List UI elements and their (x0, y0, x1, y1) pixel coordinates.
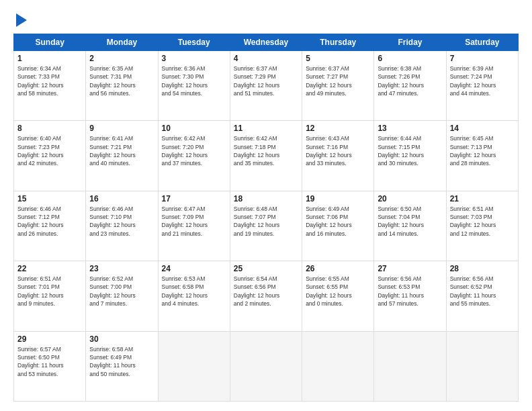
col-wednesday: Wednesday (230, 34, 302, 51)
day-info: Sunrise: 6:51 AM Sunset: 7:03 PM Dayligh… (450, 205, 515, 238)
col-monday: Monday (86, 34, 158, 51)
day-info: Sunrise: 6:37 AM Sunset: 7:27 PM Dayligh… (306, 64, 370, 97)
day-info: Sunrise: 6:47 AM Sunset: 7:09 PM Dayligh… (162, 205, 226, 238)
day-number: 24 (162, 264, 226, 273)
day-info: Sunrise: 6:50 AM Sunset: 7:04 PM Dayligh… (378, 205, 442, 238)
table-row: 21Sunrise: 6:51 AM Sunset: 7:03 PM Dayli… (446, 191, 518, 261)
day-number: 14 (450, 124, 515, 133)
day-info: Sunrise: 6:36 AM Sunset: 7:30 PM Dayligh… (162, 64, 226, 97)
day-info: Sunrise: 6:46 AM Sunset: 7:10 PM Dayligh… (89, 205, 154, 238)
day-info: Sunrise: 6:52 AM Sunset: 7:00 PM Dayligh… (89, 275, 154, 308)
table-row: 5Sunrise: 6:37 AM Sunset: 7:27 PM Daylig… (302, 51, 374, 121)
day-number: 19 (306, 194, 370, 203)
day-number: 20 (378, 194, 442, 203)
table-row (446, 331, 518, 401)
day-info: Sunrise: 6:41 AM Sunset: 7:21 PM Dayligh… (89, 134, 154, 167)
day-info: Sunrise: 6:42 AM Sunset: 7:20 PM Dayligh… (162, 134, 226, 167)
day-info: Sunrise: 6:58 AM Sunset: 6:49 PM Dayligh… (89, 345, 154, 378)
table-row: 15Sunrise: 6:46 AM Sunset: 7:12 PM Dayli… (14, 191, 86, 261)
day-info: Sunrise: 6:38 AM Sunset: 7:26 PM Dayligh… (378, 64, 442, 97)
day-number: 29 (17, 334, 82, 344)
calendar-row: 22Sunrise: 6:51 AM Sunset: 7:01 PM Dayli… (14, 261, 519, 331)
table-row (158, 331, 230, 401)
day-number: 28 (450, 264, 515, 273)
day-number: 15 (17, 194, 82, 203)
table-row: 30Sunrise: 6:58 AM Sunset: 6:49 PM Dayli… (86, 331, 158, 401)
table-row: 26Sunrise: 6:55 AM Sunset: 6:55 PM Dayli… (302, 261, 374, 331)
day-info: Sunrise: 6:44 AM Sunset: 7:15 PM Dayligh… (378, 134, 442, 167)
day-number: 26 (306, 264, 370, 273)
day-number: 17 (162, 194, 226, 203)
table-row: 7Sunrise: 6:39 AM Sunset: 7:24 PM Daylig… (446, 51, 518, 121)
table-row: 11Sunrise: 6:42 AM Sunset: 7:18 PM Dayli… (230, 121, 302, 191)
table-row: 4Sunrise: 6:37 AM Sunset: 7:29 PM Daylig… (230, 51, 302, 121)
col-thursday: Thursday (302, 34, 374, 51)
calendar-row: 1Sunrise: 6:34 AM Sunset: 7:33 PM Daylig… (14, 51, 519, 121)
day-info: Sunrise: 6:56 AM Sunset: 6:53 PM Dayligh… (378, 275, 442, 308)
table-row: 27Sunrise: 6:56 AM Sunset: 6:53 PM Dayli… (374, 261, 446, 331)
table-row: 19Sunrise: 6:49 AM Sunset: 7:06 PM Dayli… (302, 191, 374, 261)
day-info: Sunrise: 6:54 AM Sunset: 6:56 PM Dayligh… (234, 275, 298, 308)
table-row: 17Sunrise: 6:47 AM Sunset: 7:09 PM Dayli… (158, 191, 230, 261)
table-row: 23Sunrise: 6:52 AM Sunset: 7:00 PM Dayli… (86, 261, 158, 331)
col-tuesday: Tuesday (158, 34, 230, 51)
table-row (230, 331, 302, 401)
day-number: 16 (89, 194, 154, 203)
day-number: 3 (162, 54, 226, 63)
day-number: 22 (17, 264, 82, 273)
day-number: 18 (234, 194, 298, 203)
table-row: 8Sunrise: 6:40 AM Sunset: 7:23 PM Daylig… (14, 121, 86, 191)
day-number: 9 (89, 124, 154, 133)
table-row: 14Sunrise: 6:45 AM Sunset: 7:13 PM Dayli… (446, 121, 518, 191)
table-row: 10Sunrise: 6:42 AM Sunset: 7:20 PM Dayli… (158, 121, 230, 191)
table-row: 2Sunrise: 6:35 AM Sunset: 7:31 PM Daylig… (86, 51, 158, 121)
col-sunday: Sunday (14, 34, 86, 51)
day-info: Sunrise: 6:34 AM Sunset: 7:33 PM Dayligh… (17, 64, 82, 97)
table-row: 3Sunrise: 6:36 AM Sunset: 7:30 PM Daylig… (158, 51, 230, 121)
day-number: 13 (378, 124, 442, 133)
day-number: 11 (234, 124, 298, 133)
table-row (302, 331, 374, 401)
logo (13, 12, 27, 27)
day-number: 7 (450, 54, 515, 63)
day-info: Sunrise: 6:42 AM Sunset: 7:18 PM Dayligh… (234, 134, 298, 167)
day-info: Sunrise: 6:45 AM Sunset: 7:13 PM Dayligh… (450, 134, 515, 167)
day-number: 30 (89, 334, 154, 344)
day-number: 6 (378, 54, 442, 63)
day-info: Sunrise: 6:40 AM Sunset: 7:23 PM Dayligh… (17, 134, 82, 167)
calendar-table: Sunday Monday Tuesday Wednesday Thursday… (13, 34, 519, 402)
table-row: 24Sunrise: 6:53 AM Sunset: 6:58 PM Dayli… (158, 261, 230, 331)
day-number: 21 (450, 194, 515, 203)
day-number: 12 (306, 124, 370, 133)
table-row: 1Sunrise: 6:34 AM Sunset: 7:33 PM Daylig… (14, 51, 86, 121)
calendar-row: 29Sunrise: 6:57 AM Sunset: 6:50 PM Dayli… (14, 331, 519, 401)
table-row: 12Sunrise: 6:43 AM Sunset: 7:16 PM Dayli… (302, 121, 374, 191)
day-info: Sunrise: 6:39 AM Sunset: 7:24 PM Dayligh… (450, 64, 515, 97)
day-info: Sunrise: 6:46 AM Sunset: 7:12 PM Dayligh… (17, 205, 82, 238)
table-row: 6Sunrise: 6:38 AM Sunset: 7:26 PM Daylig… (374, 51, 446, 121)
day-info: Sunrise: 6:35 AM Sunset: 7:31 PM Dayligh… (89, 64, 154, 97)
weekday-header-row: Sunday Monday Tuesday Wednesday Thursday… (14, 34, 519, 51)
table-row: 16Sunrise: 6:46 AM Sunset: 7:10 PM Dayli… (86, 191, 158, 261)
day-info: Sunrise: 6:56 AM Sunset: 6:52 PM Dayligh… (450, 275, 515, 308)
table-row: 13Sunrise: 6:44 AM Sunset: 7:15 PM Dayli… (374, 121, 446, 191)
col-saturday: Saturday (446, 34, 518, 51)
table-row (374, 331, 446, 401)
logo-arrow-icon (16, 13, 27, 27)
table-row: 9Sunrise: 6:41 AM Sunset: 7:21 PM Daylig… (86, 121, 158, 191)
day-info: Sunrise: 6:48 AM Sunset: 7:07 PM Dayligh… (234, 205, 298, 238)
day-number: 8 (17, 124, 82, 133)
table-row: 18Sunrise: 6:48 AM Sunset: 7:07 PM Dayli… (230, 191, 302, 261)
day-number: 2 (89, 54, 154, 63)
table-row: 20Sunrise: 6:50 AM Sunset: 7:04 PM Dayli… (374, 191, 446, 261)
day-number: 1 (17, 54, 82, 63)
day-info: Sunrise: 6:43 AM Sunset: 7:16 PM Dayligh… (306, 134, 370, 167)
calendar-row: 8Sunrise: 6:40 AM Sunset: 7:23 PM Daylig… (14, 121, 519, 191)
day-number: 23 (89, 264, 154, 273)
table-row: 28Sunrise: 6:56 AM Sunset: 6:52 PM Dayli… (446, 261, 518, 331)
day-number: 27 (378, 264, 442, 273)
day-info: Sunrise: 6:51 AM Sunset: 7:01 PM Dayligh… (17, 275, 82, 308)
header (13, 12, 519, 27)
table-row: 25Sunrise: 6:54 AM Sunset: 6:56 PM Dayli… (230, 261, 302, 331)
page: Sunday Monday Tuesday Wednesday Thursday… (0, 0, 532, 411)
